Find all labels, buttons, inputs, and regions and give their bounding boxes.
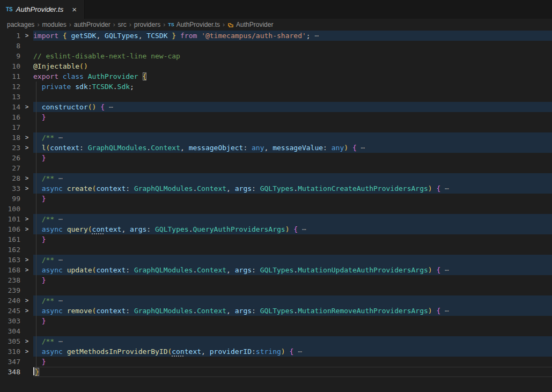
line-number[interactable]: 17 [0, 122, 20, 132]
fold-chevron-icon[interactable]: > [20, 255, 33, 265]
fold-chevron-icon[interactable]: > [20, 31, 33, 41]
line-number[interactable]: 14 [0, 102, 20, 112]
code-line-240[interactable]: 240> /** ⋯ [0, 295, 552, 306]
code-line-content[interactable]: async query(context, args: GQLTypes.Quer… [33, 224, 552, 234]
code-line-8[interactable]: 8 [0, 41, 552, 51]
code-line-content[interactable]: /** ⋯ [33, 255, 552, 265]
line-number[interactable]: 9 [0, 51, 20, 61]
code-line-23[interactable]: 23> l(context: GraphQLModules.Context, m… [0, 143, 552, 153]
code-line-content[interactable] [33, 122, 552, 132]
line-number[interactable]: 28 [0, 173, 20, 183]
line-number[interactable]: 347 [0, 357, 20, 367]
line-number[interactable]: 27 [0, 163, 20, 173]
line-number[interactable]: 13 [0, 92, 20, 102]
code-line-content[interactable]: @Injectable() [33, 61, 552, 71]
line-number[interactable]: 106 [0, 224, 20, 234]
code-line-12[interactable]: 12 private sdk:TCSDK.Sdk; [0, 82, 552, 92]
code-line-content[interactable]: async update(context: GraphQLModules.Con… [33, 265, 552, 275]
code-line-content[interactable]: l(context: GraphQLModules.Context, messa… [33, 143, 552, 153]
code-line-26[interactable]: 26 } [0, 153, 552, 163]
code-line-content[interactable]: export class AuthProvider { [33, 71, 552, 82]
line-number[interactable]: 239 [0, 285, 20, 295]
line-number[interactable]: 18 [0, 132, 20, 143]
fold-chevron-icon[interactable]: > [20, 173, 33, 183]
breadcrumb-item-src[interactable]: src [118, 21, 127, 28]
code-line-content[interactable] [33, 285, 552, 295]
line-number[interactable]: 238 [0, 275, 20, 285]
fold-chevron-icon[interactable]: > [20, 336, 33, 346]
line-number[interactable]: 168 [0, 265, 20, 275]
close-icon[interactable]: × [70, 5, 78, 14]
code-line-content[interactable] [33, 92, 552, 102]
line-number[interactable]: 33 [0, 183, 20, 194]
code-line-99[interactable]: 99 } [0, 194, 552, 204]
code-line-content[interactable] [33, 163, 552, 173]
code-line-10[interactable]: 10@Injectable() [0, 61, 552, 71]
code-line-content[interactable]: /** ⋯ [33, 173, 552, 183]
code-line-content[interactable] [33, 204, 552, 214]
fold-chevron-icon[interactable]: > [20, 183, 33, 194]
code-line-303[interactable]: 303 } [0, 316, 552, 326]
code-line-content[interactable]: constructor() { ⋯ [33, 102, 552, 112]
code-line-347[interactable]: 347 } [0, 357, 552, 367]
code-line-content[interactable]: /** ⋯ [33, 336, 552, 346]
fold-chevron-icon[interactable]: > [20, 224, 33, 234]
code-line-14[interactable]: 14> constructor() { ⋯ [0, 102, 552, 112]
line-number[interactable]: 310 [0, 346, 20, 357]
code-line-245[interactable]: 245> async remove(context: GraphQLModule… [0, 306, 552, 316]
code-line-13[interactable]: 13 [0, 92, 552, 102]
code-line-16[interactable]: 16 } [0, 112, 552, 122]
code-line-310[interactable]: 310> async getMethodsInProviderByID(cont… [0, 346, 552, 357]
code-line-content[interactable]: async remove(context: GraphQLModules.Con… [33, 306, 552, 316]
breadcrumb-item-authprovider[interactable]: authProvider [74, 21, 111, 28]
code-line-18[interactable]: 18> /** ⋯ [0, 132, 552, 143]
line-number[interactable]: 348 [0, 367, 20, 377]
code-line-17[interactable]: 17 [0, 122, 552, 132]
breadcrumb-item-providers[interactable]: providers [134, 21, 160, 28]
line-number[interactable]: 99 [0, 194, 20, 204]
code-line-content[interactable]: /** ⋯ [33, 132, 552, 143]
fold-chevron-icon[interactable]: > [20, 143, 33, 153]
code-line-162[interactable]: 162 [0, 245, 552, 255]
code-line-100[interactable]: 100 [0, 204, 552, 214]
line-number[interactable]: 100 [0, 204, 20, 214]
fold-chevron-icon[interactable]: > [20, 295, 33, 306]
line-number[interactable]: 305 [0, 336, 20, 346]
code-line-content[interactable]: } [33, 153, 552, 163]
code-line-content[interactable]: /** ⋯ [33, 214, 552, 224]
breadcrumb-item-authprovider[interactable]: AuthProvider [227, 21, 273, 28]
code-line-content[interactable] [33, 326, 552, 336]
fold-chevron-icon[interactable]: > [20, 102, 33, 112]
code-line-content[interactable]: } [33, 316, 552, 326]
line-number[interactable]: 11 [0, 71, 20, 82]
code-line-content[interactable]: } [33, 275, 552, 285]
fold-chevron-icon[interactable]: > [20, 214, 33, 224]
code-line-content[interactable]: async getMethodsInProviderByID(context, … [33, 346, 552, 357]
code-line-content[interactable]: } [33, 112, 552, 122]
code-line-11[interactable]: 11export class AuthProvider { [0, 71, 552, 82]
code-line-content[interactable]: async create(context: GraphQLModules.Con… [33, 183, 552, 194]
breadcrumb-item-modules[interactable]: modules [42, 21, 66, 28]
code-line-content[interactable]: } [33, 367, 552, 377]
code-line-1[interactable]: 1>import { getSDK, GQLTypes, TCSDK } fro… [0, 31, 552, 41]
code-line-content[interactable]: } [33, 194, 552, 204]
code-line-101[interactable]: 101> /** ⋯ [0, 214, 552, 224]
line-number[interactable]: 101 [0, 214, 20, 224]
code-line-106[interactable]: 106> async query(context, args: GQLTypes… [0, 224, 552, 234]
line-number[interactable]: 163 [0, 255, 20, 265]
fold-chevron-icon[interactable]: > [20, 306, 33, 316]
fold-chevron-icon[interactable]: > [20, 346, 33, 357]
code-line-348[interactable]: 348} [0, 367, 552, 377]
code-line-304[interactable]: 304 [0, 326, 552, 336]
line-number[interactable]: 245 [0, 306, 20, 316]
code-line-content[interactable] [33, 245, 552, 255]
code-line-27[interactable]: 27 [0, 163, 552, 173]
line-number[interactable]: 16 [0, 112, 20, 122]
line-number[interactable]: 303 [0, 316, 20, 326]
code-line-content[interactable]: /** ⋯ [33, 295, 552, 306]
code-line-content[interactable]: // eslint-disable-next-line new-cap [33, 51, 552, 61]
fold-chevron-icon[interactable]: > [20, 132, 33, 143]
line-number[interactable]: 1 [0, 31, 20, 41]
code-line-content[interactable]: import { getSDK, GQLTypes, TCSDK } from … [33, 31, 552, 41]
line-number[interactable]: 10 [0, 61, 20, 71]
